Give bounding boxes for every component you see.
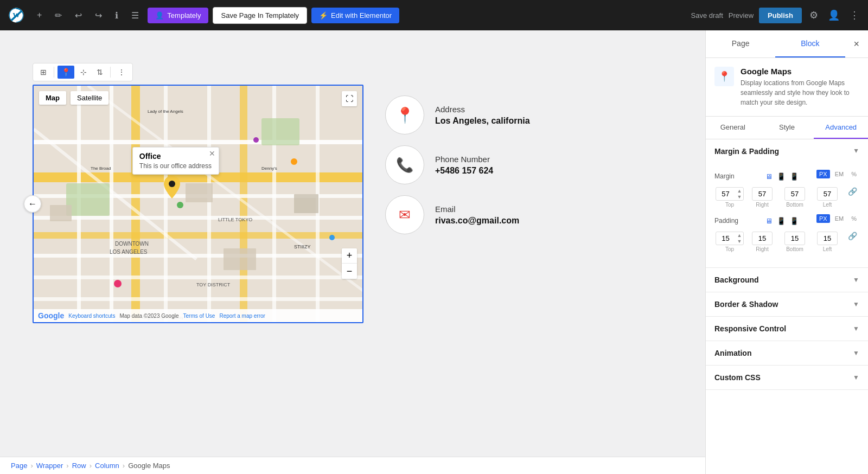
border-shadow-header[interactable]: Border & Shadow ▼	[706, 292, 868, 316]
padding-unit-px[interactable]: PX	[816, 214, 830, 223]
breadcrumb-page[interactable]: Page	[11, 462, 27, 470]
mobile-icon[interactable]: 📱	[789, 171, 800, 182]
sub-tab-general[interactable]: General	[706, 117, 760, 139]
desktop-icon-padding[interactable]: 🖥	[764, 216, 774, 226]
padding-top-down[interactable]: ▼	[736, 239, 744, 245]
custom-css-title: Custom CSS	[714, 373, 761, 382]
map-controls: Map Satellite	[39, 91, 108, 105]
map-nav-button[interactable]: ←	[24, 195, 41, 213]
tablet-icon-padding[interactable]: 📱	[776, 216, 787, 226]
map-tab-satellite[interactable]: Satellite	[71, 91, 108, 105]
redo-button[interactable]: ↪	[91, 7, 106, 24]
info-button[interactable]: ℹ	[111, 7, 123, 24]
popup-close-button[interactable]: ✕	[209, 150, 215, 157]
google-logo: Google	[38, 311, 64, 320]
sidebar-close-button[interactable]: ×	[845, 32, 869, 56]
keyboard-shortcuts[interactable]: Keyboard shortcuts	[68, 313, 115, 319]
svg-text:LITTLE TOKYO: LITTLE TOKYO	[218, 217, 252, 222]
padding-bottom-input-wrapper	[784, 232, 805, 245]
padding-link-icon[interactable]: 🔗	[846, 232, 859, 240]
margin-link-icon[interactable]: 🔗	[846, 187, 859, 196]
zoom-in-button[interactable]: +	[342, 248, 357, 264]
margin-top-group: ▲ ▼ Top	[714, 187, 745, 208]
map-container[interactable]: DOWNTOWN LOS ANGELES LITTLE TOKYO TOY DI…	[33, 85, 363, 323]
phone-label: Phone Number	[435, 155, 493, 164]
breadcrumb-column[interactable]: Column	[95, 462, 119, 470]
add-block-button[interactable]: +	[33, 7, 46, 23]
block-type-button[interactable]: 📍	[58, 66, 74, 79]
terms-link[interactable]: Terms of Use	[183, 313, 215, 319]
list-view-button[interactable]: ☰	[127, 7, 143, 24]
settings-button[interactable]: ⚙	[807, 7, 820, 23]
more-block-options[interactable]: ⋮	[114, 66, 129, 79]
mobile-icon-padding[interactable]: 📱	[789, 216, 800, 226]
preview-button[interactable]: Preview	[729, 11, 754, 20]
padding-top-label: Top	[725, 246, 734, 252]
topbar: W + ✏ ↩ ↪ ℹ ☰ 👤 Templately Save Page In …	[0, 0, 868, 30]
layout-view-button[interactable]: ⊞	[36, 66, 50, 79]
map-fullscreen-button[interactable]: ⛶	[342, 91, 357, 106]
tab-page[interactable]: Page	[706, 30, 775, 57]
zoom-out-button[interactable]: −	[342, 264, 357, 279]
margin-bottom-label: Bottom	[786, 202, 803, 208]
desktop-icon[interactable]: 🖥	[764, 171, 774, 182]
save-draft-button[interactable]: Save draft	[691, 11, 723, 20]
more-options-button[interactable]: ⋮	[847, 7, 861, 23]
move-up-down-button[interactable]: ⇅	[93, 66, 107, 79]
tab-block[interactable]: Block	[775, 30, 845, 57]
margin-right-input[interactable]	[752, 188, 772, 200]
save-page-button[interactable]: Save Page In Templately	[213, 7, 307, 24]
breadcrumb-wrapper[interactable]: Wrapper	[36, 462, 63, 470]
margin-padding-title: Margin & Padding	[714, 147, 779, 156]
templately-button[interactable]: 👤 Templately	[148, 8, 208, 23]
undo-button[interactable]: ↩	[71, 7, 86, 24]
margin-label: Margin	[714, 172, 747, 180]
report-link[interactable]: Report a map error	[219, 313, 265, 319]
padding-top-input[interactable]	[716, 232, 736, 245]
margin-top-input[interactable]	[716, 188, 736, 200]
margin-unit-em[interactable]: EM	[832, 170, 847, 178]
responsive-header[interactable]: Responsive Control ▼	[706, 317, 868, 341]
margin-top-input-wrapper: ▲ ▼	[716, 187, 744, 201]
padding-unit-em[interactable]: EM	[832, 214, 847, 223]
device-icons-margin: 🖥 📱 📱	[764, 171, 800, 182]
templately-icon: 👤	[155, 11, 164, 20]
padding-right-input[interactable]	[752, 232, 772, 245]
svg-rect-7	[34, 140, 363, 144]
margin-unit-pct[interactable]: %	[848, 170, 859, 178]
margin-padding-header[interactable]: Margin & Padding ▲	[706, 139, 868, 163]
svg-point-39	[291, 158, 297, 165]
background-header[interactable]: Background ▼	[706, 268, 868, 292]
edit-elementor-button[interactable]: ⚡ Edit with Elementor	[311, 8, 399, 23]
phone-icon: 📞	[396, 157, 413, 174]
sub-tab-style[interactable]: Style	[760, 117, 814, 139]
svg-rect-9	[34, 216, 363, 220]
wp-logo[interactable]: W	[7, 5, 26, 25]
user-button[interactable]: 👤	[826, 7, 842, 23]
margin-bottom-input[interactable]	[785, 188, 805, 200]
margin-unit-px[interactable]: PX	[816, 170, 830, 178]
drag-handle[interactable]: ⊹	[76, 66, 91, 79]
padding-top-up[interactable]: ▲	[736, 233, 744, 239]
map-tab-map[interactable]: Map	[39, 91, 66, 105]
responsive-section: Responsive Control ▼	[706, 317, 868, 341]
padding-right-input-wrapper	[752, 232, 773, 245]
tools-button[interactable]: ✏	[50, 7, 66, 24]
svg-point-41	[253, 137, 259, 143]
padding-unit-pct[interactable]: %	[848, 214, 859, 223]
svg-point-42	[169, 181, 175, 187]
google-maps-icon: 📍	[718, 71, 730, 82]
margin-top-down[interactable]: ▼	[736, 194, 744, 200]
breadcrumb-sep-2: ›	[66, 462, 68, 470]
tablet-icon[interactable]: 📱	[776, 171, 787, 182]
sub-tab-advanced[interactable]: Advanced	[814, 117, 868, 139]
custom-css-header[interactable]: Custom CSS ▼	[706, 366, 868, 389]
padding-bottom-input[interactable]	[785, 232, 805, 245]
padding-left-input[interactable]	[818, 232, 837, 245]
breadcrumb-row[interactable]: Row	[72, 462, 86, 470]
animation-header[interactable]: Animation ▼	[706, 341, 868, 365]
publish-button[interactable]: Publish	[759, 8, 802, 23]
svg-rect-14	[110, 86, 113, 323]
margin-left-input[interactable]	[818, 188, 837, 200]
margin-top-up[interactable]: ▲	[736, 188, 744, 194]
